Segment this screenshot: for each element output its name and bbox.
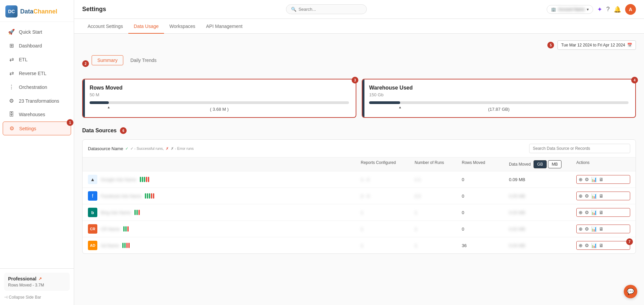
chart-icon[interactable]: 📊 xyxy=(591,226,597,232)
sub-tab-daily-trends[interactable]: Daily Trends xyxy=(125,55,162,65)
runs-value: 1 1 xyxy=(415,177,462,182)
monitor-icon[interactable]: 🖥 xyxy=(599,177,604,182)
add-icon[interactable]: ⊕ xyxy=(579,177,583,182)
logo-icon: DC xyxy=(5,5,18,18)
sub-tab-summary[interactable]: Summary xyxy=(92,55,123,65)
chart-icon[interactable]: 📊 xyxy=(591,210,597,215)
settings-icon[interactable]: ⚙ xyxy=(585,177,589,182)
progress-fill xyxy=(369,101,400,104)
add-icon[interactable]: ⊕ xyxy=(579,210,583,215)
col-header-actions: Actions xyxy=(576,160,630,168)
runs-value: 1 xyxy=(415,227,462,232)
tab-api-management[interactable]: API Management xyxy=(201,19,248,34)
sidebar-item-orchestration[interactable]: ⋮ Orchestration xyxy=(3,80,71,94)
add-icon[interactable]: ⊕ xyxy=(579,243,583,248)
search-input[interactable] xyxy=(298,7,362,12)
sidebar-item-settings[interactable]: ⚙ Settings 1 xyxy=(3,122,71,135)
search-bar[interactable]: 🔍 xyxy=(286,4,367,14)
date-range-picker[interactable]: Tue Mar 12 2024 to Fri Apr 12 2024 📅 xyxy=(557,40,636,50)
runs-value: 1 xyxy=(415,210,462,215)
data-moved-value: 0.02 MB xyxy=(509,227,576,232)
action-cell: ⊕ ⚙ 📊 🖥 xyxy=(576,175,630,184)
annotation-7: 7 xyxy=(626,238,633,245)
plan-label: Professional ↗ xyxy=(8,276,66,281)
reports-value: 1 xyxy=(361,243,415,248)
avatar[interactable]: A xyxy=(625,4,636,15)
run-bar-success xyxy=(145,193,146,199)
sidebar-item-warehouses[interactable]: 🗄 Warehouses xyxy=(3,108,71,121)
ds-name-cell: CR CR Name xyxy=(88,224,361,234)
chart-icon[interactable]: 📊 xyxy=(591,177,597,182)
annotation-4: 4 xyxy=(631,77,638,83)
collapse-sidebar-button[interactable]: ⊣ Collapse Side Bar xyxy=(4,294,70,301)
sidebar-item-transformations[interactable]: ⚙ 23 Transformations xyxy=(3,94,71,107)
monitor-icon[interactable]: 🖥 xyxy=(599,210,604,215)
run-bar-success xyxy=(134,210,136,215)
building-icon: 🏢 xyxy=(551,7,556,12)
chat-bubble[interactable]: 💬 xyxy=(624,285,637,298)
col-header-runs: Number of Runs xyxy=(415,160,462,168)
settings-icon[interactable]: ⚙ xyxy=(585,226,589,232)
data-table: Datasource Name ✓ ✓ - Successful runs, ✗… xyxy=(82,139,636,254)
run-bar-error xyxy=(138,210,140,215)
monitor-icon[interactable]: 🖥 xyxy=(599,193,604,199)
table-row: CR CR Name 1 1 0 0.02 MB ⊕ ⚙ 📊 xyxy=(83,221,636,237)
account-selector[interactable]: 🏢 Account Name ▾ xyxy=(547,5,593,14)
sidebar-item-quickstart[interactable]: 🚀 Quick Start xyxy=(3,25,71,38)
col-header-reports: Reports Configured xyxy=(361,160,415,168)
sidebar-item-label: 23 Transformations xyxy=(19,98,59,104)
run-bar-success xyxy=(136,210,138,215)
action-icons: ⊕ ⚙ 📊 🖥 xyxy=(576,241,630,250)
rows-moved-card: 3 Rows Moved 50 M ▲ ( 3.68 M ) xyxy=(82,79,356,118)
table-row: AD Ad Name 1 1 36 0.04 MB 7 ⊕ xyxy=(83,237,636,253)
mb-toggle[interactable]: MB xyxy=(548,160,561,168)
annotation-2: 2 xyxy=(82,60,89,67)
tab-data-usage[interactable]: Data Usage xyxy=(128,19,164,34)
gb-toggle[interactable]: GB xyxy=(534,160,547,168)
warehouse-used-card: 4 Warehouse Used 150 Gb ▲ (17.87 GB) xyxy=(362,79,636,118)
settings-icon[interactable]: ⚙ xyxy=(585,243,589,248)
run-bar-success xyxy=(140,177,141,182)
account-label: Account Name xyxy=(558,7,585,12)
action-cell: ⊕ ⚙ 📊 🖥 xyxy=(576,225,630,233)
settings-icon[interactable]: ⚙ xyxy=(585,210,589,215)
collapse-icon: ⊣ xyxy=(4,295,7,300)
col-header-data-moved: Data Moved GB MB xyxy=(509,160,576,168)
data-moved-toggle: GB MB xyxy=(534,160,561,168)
external-link-icon[interactable]: ↗ xyxy=(38,276,42,281)
ai-icon[interactable]: ✦ xyxy=(597,6,602,13)
datasource-search-input[interactable] xyxy=(529,144,630,153)
reports-value: 1 xyxy=(361,227,415,232)
tab-account-settings[interactable]: Account Settings xyxy=(82,19,128,34)
plan-detail: Rows Moved - 3.7M xyxy=(8,283,66,287)
settings-icon[interactable]: ⚙ xyxy=(585,193,589,199)
add-icon[interactable]: ⊕ xyxy=(579,193,583,199)
run-bars xyxy=(145,193,154,199)
sidebar-item-etl[interactable]: ⇄ ETL xyxy=(3,53,71,66)
run-bars xyxy=(134,210,140,215)
action-cell: ⊕ ⚙ 📊 🖥 xyxy=(576,192,630,200)
chart-icon[interactable]: 📊 xyxy=(591,193,597,199)
help-icon[interactable]: ? xyxy=(606,6,610,13)
add-icon[interactable]: ⊕ xyxy=(579,226,583,232)
annotation-6: 6 xyxy=(120,127,127,134)
rows-value: 0 xyxy=(462,177,509,182)
tab-workspaces[interactable]: Workspaces xyxy=(164,19,201,34)
rows-value: 0 xyxy=(462,210,509,215)
progress-track xyxy=(90,101,349,104)
chart-icon[interactable]: 📊 xyxy=(591,243,597,248)
sidebar-item-label: ETL xyxy=(19,57,28,62)
run-bar-success xyxy=(124,243,126,248)
table-header-row: Reports Configured Number of Runs Rows M… xyxy=(83,158,636,171)
monitor-icon[interactable]: 🖥 xyxy=(599,226,604,232)
monitor-icon[interactable]: 🖥 xyxy=(599,243,604,248)
ds-name-cell: f Facebook Ads Name xyxy=(88,191,361,201)
data-moved-value: 0.05 MB xyxy=(509,194,576,199)
sidebar-item-reverse-etl[interactable]: ⇄ Reverse ETL xyxy=(3,67,71,80)
sidebar-item-dashboard[interactable]: ⊞ Dashboard xyxy=(3,39,71,52)
warehouse-used-value: (17.87 GB) xyxy=(369,107,629,112)
metric-cards: 3 Rows Moved 50 M ▲ ( 3.68 M ) 4 Warehou… xyxy=(82,79,636,118)
data-moved-value: 0.03 MB xyxy=(509,210,576,215)
bell-icon[interactable]: 🔔 xyxy=(614,6,621,13)
run-bars xyxy=(140,177,149,182)
